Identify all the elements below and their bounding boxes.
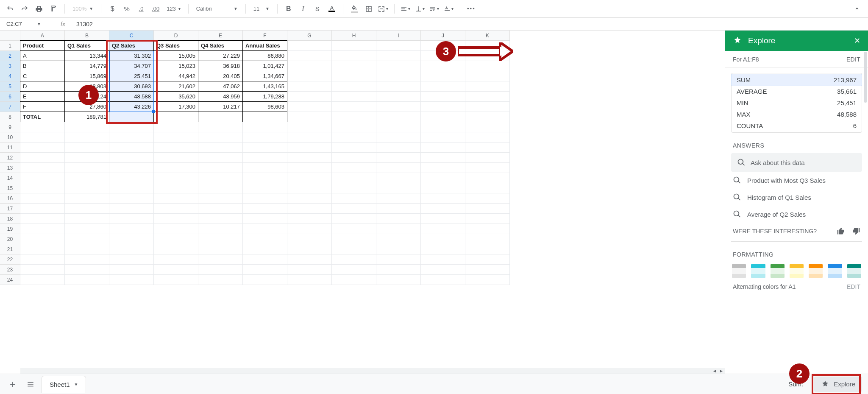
- font-size-select[interactable]: 11▼: [251, 6, 272, 12]
- cell[interactable]: [287, 204, 332, 214]
- cell[interactable]: D: [20, 81, 65, 92]
- cell[interactable]: [465, 224, 510, 234]
- cell[interactable]: [20, 244, 65, 254]
- text-color-button[interactable]: A: [326, 3, 338, 15]
- cell[interactable]: [287, 122, 332, 132]
- cell[interactable]: [421, 183, 465, 193]
- cell[interactable]: [332, 275, 376, 285]
- column-header[interactable]: F: [243, 31, 287, 41]
- cell[interactable]: [154, 244, 198, 254]
- cell[interactable]: [287, 163, 332, 173]
- cell[interactable]: [332, 204, 376, 214]
- cell[interactable]: [198, 183, 243, 193]
- cell[interactable]: 1,43,165: [242, 81, 287, 92]
- cell[interactable]: [198, 244, 243, 254]
- cell[interactable]: [20, 204, 65, 214]
- text-rotation-button[interactable]: ▾: [443, 3, 455, 15]
- cell[interactable]: [109, 224, 154, 234]
- cell[interactable]: 31,302: [109, 50, 154, 61]
- cell[interactable]: [332, 81, 376, 92]
- cell[interactable]: [243, 265, 287, 275]
- cell[interactable]: [154, 143, 198, 153]
- cell[interactable]: 43,226: [109, 101, 154, 112]
- cell[interactable]: Q2 Sales: [109, 40, 154, 51]
- row-header[interactable]: 18: [0, 214, 20, 224]
- cell[interactable]: [20, 143, 65, 153]
- column-header[interactable]: D: [154, 31, 198, 41]
- cell[interactable]: [65, 132, 109, 143]
- cell[interactable]: [198, 153, 243, 163]
- explore-range-edit[interactable]: EDIT: [846, 56, 860, 63]
- cell[interactable]: [287, 112, 332, 122]
- explore-scrollbar[interactable]: [864, 52, 867, 255]
- cell[interactable]: [287, 51, 332, 61]
- cell[interactable]: [421, 254, 465, 265]
- all-sheets-button[interactable]: [24, 377, 37, 391]
- cell[interactable]: [465, 153, 510, 163]
- cell[interactable]: [421, 122, 465, 132]
- cell[interactable]: [198, 254, 243, 265]
- cell[interactable]: [465, 183, 510, 193]
- cell[interactable]: [109, 234, 154, 244]
- cell[interactable]: 189,781: [64, 112, 109, 122]
- cell[interactable]: [65, 244, 109, 254]
- cell[interactable]: [109, 173, 154, 183]
- fill-color-button[interactable]: [348, 3, 360, 15]
- cell[interactable]: [154, 234, 198, 244]
- cell[interactable]: [154, 183, 198, 193]
- cell[interactable]: [376, 204, 421, 214]
- bold-button[interactable]: B: [283, 3, 295, 15]
- cell[interactable]: [65, 254, 109, 265]
- cell[interactable]: Q4 Sales: [198, 40, 243, 51]
- paint-format-button[interactable]: [47, 3, 59, 15]
- cell[interactable]: [376, 153, 421, 163]
- suggestion-item[interactable]: Product with Most Q3 Sales: [731, 172, 862, 189]
- cell[interactable]: [332, 41, 376, 51]
- cell[interactable]: [154, 153, 198, 163]
- cell[interactable]: [332, 102, 376, 112]
- cell[interactable]: [465, 102, 510, 112]
- cell[interactable]: [332, 51, 376, 61]
- cell[interactable]: [376, 81, 421, 92]
- cell[interactable]: [20, 254, 65, 265]
- cell[interactable]: [376, 112, 421, 122]
- cell[interactable]: [465, 244, 510, 254]
- cell[interactable]: [243, 143, 287, 153]
- cell[interactable]: [198, 143, 243, 153]
- cell[interactable]: 25,451: [109, 71, 154, 81]
- name-box[interactable]: C2:C7▼: [3, 19, 45, 29]
- cell[interactable]: [332, 132, 376, 143]
- cell[interactable]: 48,959: [198, 91, 243, 102]
- cell[interactable]: [65, 153, 109, 163]
- suggestion-item[interactable]: Average of Q2 Sales: [731, 206, 862, 223]
- cell[interactable]: [20, 153, 65, 163]
- cell[interactable]: [20, 173, 65, 183]
- cell[interactable]: 14,779: [64, 61, 109, 71]
- cell[interactable]: [376, 234, 421, 244]
- cell[interactable]: [465, 254, 510, 265]
- format-percent-button[interactable]: %: [121, 3, 133, 15]
- cell[interactable]: Q3 Sales: [153, 40, 198, 51]
- cell[interactable]: E: [20, 91, 65, 102]
- cell[interactable]: [109, 163, 154, 173]
- stat-row[interactable]: AVERAGE35,661: [732, 86, 862, 97]
- cell[interactable]: [332, 214, 376, 224]
- cell[interactable]: [332, 92, 376, 102]
- cell[interactable]: 13,344: [64, 50, 109, 61]
- cell[interactable]: [287, 61, 332, 71]
- cell[interactable]: [154, 173, 198, 183]
- cell[interactable]: [421, 265, 465, 275]
- italic-button[interactable]: I: [297, 3, 309, 15]
- cell[interactable]: [109, 254, 154, 265]
- cell[interactable]: [421, 173, 465, 183]
- cell[interactable]: Q1 Sales: [64, 40, 109, 51]
- cell[interactable]: [376, 193, 421, 204]
- cell[interactable]: [376, 51, 421, 61]
- cell[interactable]: [376, 132, 421, 143]
- cell[interactable]: [154, 163, 198, 173]
- cell[interactable]: [287, 183, 332, 193]
- horizontal-align-button[interactable]: ▾: [400, 3, 412, 15]
- cell[interactable]: [376, 275, 421, 285]
- cell[interactable]: [20, 183, 65, 193]
- cell[interactable]: Annual Sales: [242, 40, 287, 51]
